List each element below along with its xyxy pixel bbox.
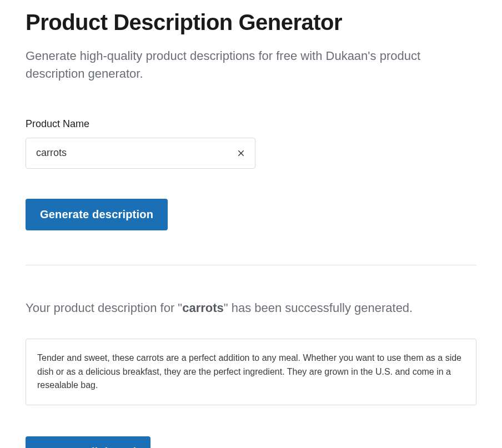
product-name-label: Product Name [26,118,476,130]
product-name-input[interactable] [26,138,255,169]
generate-button[interactable]: Generate description [26,199,168,230]
clear-icon[interactable] [234,147,248,160]
result-prefix: Your product description for " [26,301,182,315]
result-product-name: carrots [182,301,224,315]
page-subtitle: Generate high-quality product descriptio… [26,47,476,83]
product-name-input-wrapper [26,138,255,169]
result-box: Tender and sweet, these carrots are a pe… [26,339,476,405]
result-suffix: " has been successfully generated. [224,301,413,315]
result-description: Tender and sweet, these carrots are a pe… [37,351,465,392]
copy-button[interactable]: Copy to clipboard [26,436,150,448]
result-heading: Your product description for "carrots" h… [26,301,476,315]
page-title: Product Description Generator [26,10,476,35]
divider [26,265,476,265]
